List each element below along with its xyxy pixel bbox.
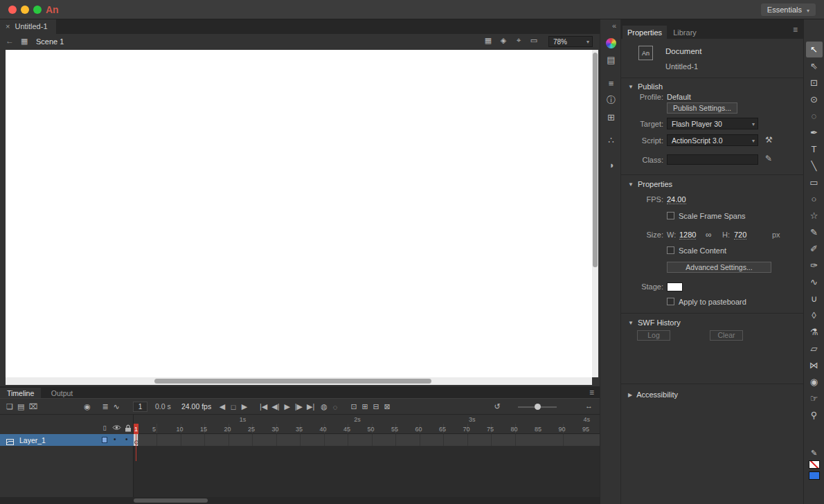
play-button[interactable]: ▶ [282,402,293,411]
horizontal-scrollbar-thumb[interactable] [154,379,431,384]
publish-section-header[interactable]: ▼Publish [628,82,663,91]
resize-timeline-view-button[interactable]: ↔ [585,402,593,410]
vertical-scrollbar-thumb[interactable] [593,53,598,267]
pencil-tool[interactable]: ✎ [806,224,823,240]
window-close-button[interactable] [8,6,17,14]
stage-canvas[interactable] [6,50,592,377]
scale-frame-spans-checkbox[interactable] [667,212,674,219]
width-tool[interactable]: ⋈ [806,357,823,373]
bone-tool[interactable]: ∿ [806,274,823,290]
add-camera-button[interactable]: ◉ [82,402,93,411]
clip-content-outside-stage-icon[interactable]: ▭ [528,36,540,45]
swf-history-section-header[interactable]: ▼SWF History [628,318,681,327]
layer-lock-dot[interactable]: • [125,435,128,443]
layer-row[interactable]: Layer_1 • • [0,434,134,446]
insert-frame-button[interactable]: ⊟ [370,402,382,411]
script-select[interactable]: ActionScript 3.0 ▾ [667,134,758,146]
align-panel-icon[interactable]: ≡ [604,76,618,91]
timeline-scrollbar-thumb[interactable] [134,498,208,503]
apply-to-pasteboard-checkbox[interactable] [667,298,674,305]
eye-icon[interactable] [111,424,121,432]
document-tab[interactable]: ×Untitled-1 [0,19,56,34]
oval-tool[interactable]: ○ [806,191,823,207]
selection-tool[interactable]: ↖ [806,42,823,57]
wrench-icon[interactable]: ⚒ [765,135,773,145]
go-to-first-frame-button[interactable]: |◀ [258,402,269,411]
pencil-icon[interactable]: ✎ [765,154,772,163]
step-back-button[interactable]: ◀| [269,402,281,411]
current-frame-field[interactable]: 1 [133,402,147,412]
horizontal-scrollbar[interactable] [6,377,592,385]
frame-ruler[interactable]: 15101520253035404550556065707580859095 [134,424,600,434]
expand-panels-icon[interactable]: « [612,21,616,30]
lock-icon[interactable] [123,424,133,433]
close-icon[interactable]: × [6,22,10,30]
text-tool[interactable]: T [806,141,823,157]
polystar-tool[interactable]: ☆ [806,208,823,224]
zoom-tool[interactable]: ⚲ [806,407,823,423]
insert-keyframe-button[interactable]: ⊡ [348,402,359,411]
edit-symbols-icon[interactable]: ◈ [497,36,510,45]
subselection-tool[interactable]: ⇖ [806,58,823,74]
fps-value[interactable]: 24.00 [667,195,686,204]
outline-column-icon[interactable]: ▯ [100,424,109,431]
layer-visibility-dot[interactable]: • [114,435,116,443]
fill-color-swatch[interactable] [809,471,820,480]
history-panel-icon[interactable]: ◑ [604,158,618,172]
reset-timeline-zoom-button[interactable]: ↺ [492,402,503,411]
insert-blank-keyframe-button[interactable]: ⊞ [359,402,370,411]
lasso-tool[interactable]: ◌ [806,108,823,124]
link-width-height-icon[interactable]: ∞ [706,230,712,240]
frame-rate-readout[interactable]: 24.00 fps [181,402,211,411]
go-to-last-frame-button[interactable]: ▶| [305,402,316,411]
step-forward-button[interactable]: |▶ [293,402,305,411]
height-value[interactable]: 720 [734,231,746,240]
next-keyframe-button[interactable]: ▶ [239,402,250,411]
scale-content-checkbox[interactable] [667,246,674,254]
swf-log-button[interactable]: Log [637,330,670,341]
properties-section-header[interactable]: ▼Properties [628,180,672,188]
timeline-zoom-slider[interactable] [518,406,557,408]
tab-properties[interactable]: Properties [623,26,667,39]
layer-depth-button[interactable]: ≣ [100,402,111,411]
target-select[interactable]: Flash Player 30 ▾ [667,118,758,129]
window-zoom-button[interactable] [33,6,42,14]
line-tool[interactable]: ╲ [806,158,823,174]
timeline-panel-menu-icon[interactable]: ≡ [589,388,594,397]
scene-breadcrumb[interactable]: Scene 1 [36,37,64,46]
center-stage-icon[interactable]: ⌖ [512,36,525,45]
camera-tool[interactable]: ◉ [806,374,823,390]
properties-panel-menu-icon[interactable]: ≡ [793,25,798,35]
layer-frames-row[interactable] [134,434,600,446]
paint-brush-tool[interactable]: ✑ [806,258,823,273]
info-panel-icon[interactable]: ⓘ [604,93,618,107]
workspace-switcher[interactable]: Essentials▾ [761,3,816,16]
window-minimize-button[interactable] [21,6,29,14]
remove-frame-button[interactable]: ⊠ [382,402,393,411]
timeline-horizontal-scrollbar[interactable] [0,497,600,504]
paint-bucket-tool[interactable]: ∪ [806,291,823,307]
center-frame-button[interactable]: □ [228,403,239,411]
onion-skin-outlines-button[interactable]: ◌ [330,403,341,411]
layer-name[interactable]: Layer_1 [19,436,46,444]
transform-panel-icon[interactable]: ⊞ [604,110,618,125]
brush-tool[interactable]: ✐ [806,241,823,257]
width-value[interactable]: 1280 [679,231,696,240]
ink-bottle-tool[interactable]: ◊ [806,307,823,323]
publish-settings-button[interactable]: Publish Settings... [667,102,737,114]
pen-tool[interactable]: ✒ [806,125,823,141]
accessibility-section-header[interactable]: ▶Accessibility [628,390,678,399]
cc-libraries-panel-icon[interactable] [604,36,618,51]
tab-library[interactable]: Library [667,26,703,39]
stroke-color-swatch[interactable] [809,460,820,469]
new-layer-button[interactable]: ❏ [4,402,15,411]
new-folder-button[interactable]: ▤ [15,402,26,411]
rectangle-tool[interactable]: ▭ [806,174,823,190]
previous-keyframe-button[interactable]: ◀ [217,402,228,411]
edit-scene-icon[interactable]: ▦ [482,36,494,45]
layer-outline-color-swatch[interactable] [102,437,107,443]
gradient-transform-tool[interactable]: ⊙ [806,91,823,107]
timeline-zoom-slider-knob[interactable] [535,404,541,410]
advanced-settings-button[interactable]: Advanced Settings... [667,262,771,273]
eyedropper-tool[interactable]: ⚗ [806,324,823,340]
